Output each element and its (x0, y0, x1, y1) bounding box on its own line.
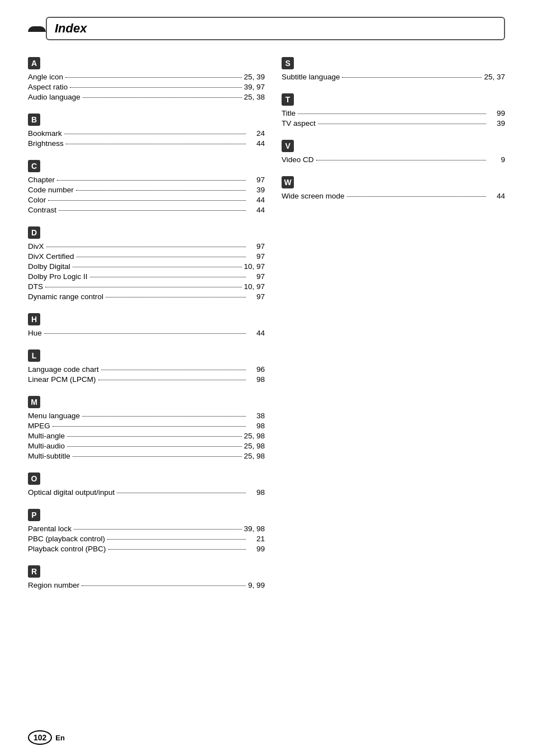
index-entry: Dynamic range control97 (28, 292, 265, 301)
entry-dots (46, 247, 246, 247)
index-entry: Region number9, 99 (28, 581, 265, 589)
entry-page: 44 (248, 329, 265, 337)
section-o: OOptical digital output/input98 (28, 472, 265, 497)
entry-page: 25, 38 (244, 93, 265, 101)
index-entry: Chapter97 (28, 176, 265, 184)
section-letter: D (28, 226, 40, 239)
page-title: Index (55, 21, 493, 36)
index-entry: Code number39 (28, 186, 265, 194)
entry-term: Linear PCM (LPCM) (28, 375, 96, 384)
footer: 102 En (28, 730, 65, 745)
entry-term: Language code chart (28, 365, 99, 374)
index-columns: AAngle icon25, 39Aspect ratio39, 97Audio… (28, 57, 505, 602)
entry-page: 25, 98 (244, 452, 265, 460)
entry-page: 98 (248, 422, 265, 430)
index-entry: Aspect ratio39, 97 (28, 83, 265, 91)
entry-dots (83, 97, 242, 98)
entry-dots (117, 493, 246, 493)
entry-page: 44 (248, 206, 265, 214)
entry-term: Chapter (28, 176, 55, 184)
entry-term: Multi-subtitle (28, 452, 70, 460)
entry-dots (74, 529, 241, 530)
page-container: Index AAngle icon25, 39Aspect ratio39, 9… (0, 0, 533, 756)
section-c: CChapter97Code number39Color44Contrast44 (28, 160, 265, 214)
section-letter: A (28, 57, 40, 69)
index-entry: Angle icon25, 39 (28, 73, 265, 81)
entry-term: Parental lock (28, 525, 72, 533)
entry-term: Bookmark (28, 129, 62, 138)
entry-dots (73, 456, 242, 457)
entry-term: PBC (playback control) (28, 535, 105, 543)
index-entry: Language code chart96 (28, 365, 265, 374)
index-entry: Hue44 (28, 329, 265, 337)
section-p: PParental lock39, 98PBC (playback contro… (28, 509, 265, 553)
entry-dots (53, 426, 246, 427)
entry-term: Optical digital output/input (28, 488, 115, 497)
section-letter: C (28, 160, 40, 172)
entry-page: 39 (488, 119, 505, 127)
entry-term: Contrast (28, 206, 56, 214)
entry-dots (318, 124, 486, 124)
entry-page: 39, 97 (244, 83, 265, 91)
index-entry: Multi-audio25, 98 (28, 442, 265, 450)
entry-dots (67, 446, 242, 447)
entry-dots (59, 210, 246, 211)
entry-dots (66, 144, 246, 144)
section-letter: V (282, 140, 294, 152)
index-entry: DivX Certified97 (28, 252, 265, 261)
entry-dots (67, 436, 242, 437)
entry-dots (298, 114, 486, 114)
header-bar: Index (28, 17, 505, 40)
entry-page: 39 (248, 186, 265, 194)
entry-term: Region number (28, 581, 79, 589)
entry-page: 97 (248, 272, 265, 281)
index-entry: Playback control (PBC)99 (28, 545, 265, 553)
section-m: MMenu language38MPEG98Multi-angle25, 98M… (28, 396, 265, 460)
header-tab (28, 26, 46, 32)
entry-term: DivX Certified (28, 252, 74, 261)
entry-page: 25, 98 (244, 442, 265, 450)
entry-term: Playback control (PBC) (28, 545, 106, 553)
section-letter: M (28, 396, 40, 408)
entry-dots (107, 539, 246, 540)
entry-page: 25, 98 (244, 432, 265, 440)
entry-page: 21 (248, 535, 265, 543)
entry-page: 98 (248, 488, 265, 497)
index-entry: MPEG98 (28, 422, 265, 430)
section-t: TTitle99TV aspect39 (282, 93, 505, 127)
index-entry: Brightness44 (28, 139, 265, 148)
section-letter: L (28, 349, 40, 362)
entry-page: 25, 39 (244, 73, 265, 81)
entry-page: 9, 99 (248, 581, 265, 589)
entry-term: Code number (28, 186, 74, 194)
entry-term: Multi-audio (28, 442, 65, 450)
entry-page: 97 (248, 176, 265, 184)
section-letter: T (282, 93, 294, 106)
entry-dots (101, 370, 246, 370)
section-letter: H (28, 313, 40, 325)
section-letter: O (28, 472, 40, 485)
entry-page: 97 (248, 242, 265, 251)
entry-term: Dolby Pro Logic II (28, 272, 88, 281)
entry-term: Video CD (282, 155, 314, 164)
section-b: BBookmark24Brightness44 (28, 114, 265, 148)
section-d: DDivX97DivX Certified97Dolby Digital10, … (28, 226, 265, 301)
entry-dots (44, 333, 246, 334)
index-entry: Optical digital output/input98 (28, 488, 265, 497)
entry-page: 9 (488, 155, 505, 164)
entry-page: 25, 37 (484, 73, 505, 81)
entry-term: Aspect ratio (28, 83, 68, 91)
entry-dots (82, 416, 246, 417)
section-letter: S (282, 57, 294, 69)
section-a: AAngle icon25, 39Aspect ratio39, 97Audio… (28, 57, 265, 101)
index-entry: Contrast44 (28, 206, 265, 214)
entry-dots (90, 277, 246, 277)
entry-dots (106, 297, 246, 297)
section-letter: B (28, 114, 40, 126)
entry-page: 10, 97 (244, 282, 265, 291)
entry-dots (342, 77, 482, 78)
entry-dots (73, 267, 242, 267)
index-entry: Multi-angle25, 98 (28, 432, 265, 440)
section-s: SSubtitle language25, 37 (282, 57, 505, 81)
section-letter: P (28, 509, 40, 521)
